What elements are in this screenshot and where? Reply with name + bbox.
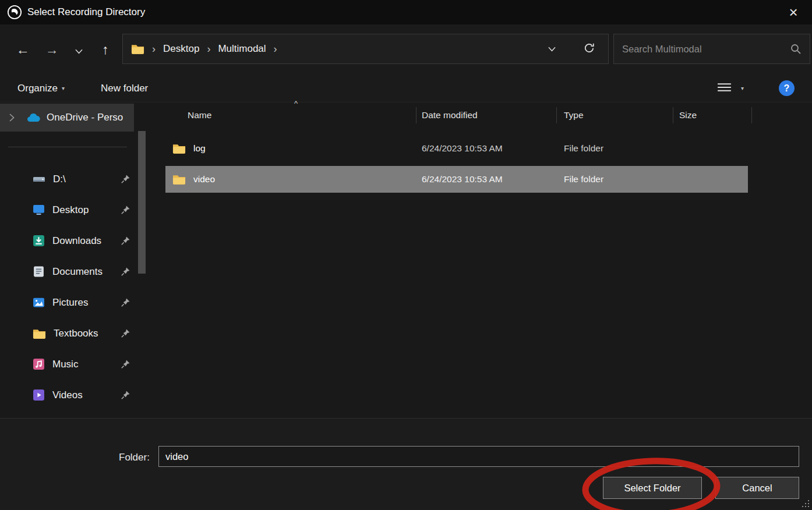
address-bar[interactable]: › Desktop › Multimodal › — [122, 34, 609, 64]
nav-buttons: ← → ↑ — [8, 24, 120, 75]
select-folder-button[interactable]: Select Folder — [603, 477, 702, 499]
sidebar-item-label: Desktop — [52, 204, 89, 216]
videos-icon — [33, 389, 45, 401]
sidebar-item-label: OneDrive - Perso — [47, 112, 132, 123]
refresh-icon — [583, 42, 595, 56]
search-box — [613, 34, 810, 64]
pin-icon — [121, 359, 130, 372]
pin-icon — [121, 328, 130, 341]
chevron-down-icon — [548, 45, 556, 54]
cancel-button[interactable]: Cancel — [715, 477, 799, 499]
window-title: Select Recording Directory — [27, 6, 145, 18]
resize-grip[interactable] — [802, 500, 810, 508]
sidebar-item-documents[interactable]: Documents — [0, 256, 135, 287]
new-folder-label: New folder — [101, 83, 148, 94]
pin-icon — [121, 390, 130, 403]
file-list: ^ Name Date modified Type Size log 6/24/… — [151, 102, 812, 418]
search-input[interactable] — [622, 44, 784, 55]
sidebar-item-label: Downloads — [52, 235, 101, 247]
back-button[interactable]: ← — [8, 35, 37, 64]
view-mode-button[interactable] — [712, 80, 736, 97]
pin-icon — [121, 298, 130, 310]
downloads-icon — [33, 235, 45, 247]
onedrive-icon — [26, 113, 41, 122]
recent-locations-button[interactable] — [66, 35, 91, 64]
help-button[interactable]: ? — [779, 80, 795, 96]
breadcrumb-item-desktop[interactable]: Desktop — [163, 43, 199, 55]
navigation-bar: ← → ↑ › Desktop › Multimodal › — [0, 24, 812, 75]
title-bar: Select Recording Directory × — [0, 0, 812, 24]
close-button[interactable]: × — [782, 0, 805, 24]
command-bar: Organize ▾ New folder ▾ ? — [0, 75, 812, 102]
folder-name-input[interactable] — [158, 446, 799, 467]
address-dropdown-button[interactable] — [543, 42, 560, 56]
organize-button[interactable]: Organize ▾ — [17, 83, 65, 94]
sidebar-item-label: Textbooks — [54, 328, 98, 339]
refresh-button[interactable] — [578, 40, 600, 58]
sidebar-items: D:\ Desktop Downloads — [0, 164, 135, 410]
sidebar-item-desktop[interactable]: Desktop — [0, 194, 135, 225]
column-headers: ^ Name Date modified Type Size — [151, 102, 812, 128]
breadcrumb-item-multimodal[interactable]: Multimodal — [218, 43, 266, 55]
content-area: OneDrive - Perso D:\ Desk — [0, 102, 812, 418]
sidebar-item-textbooks[interactable]: Textbooks — [0, 318, 135, 349]
file-row-video-selected[interactable]: video 6/24/2023 10:53 AM File folder — [165, 166, 748, 193]
pin-icon — [121, 205, 130, 218]
documents-icon — [33, 265, 45, 278]
column-divider[interactable] — [673, 107, 673, 123]
file-date-modified: 6/24/2023 10:53 AM — [422, 166, 503, 193]
forward-button[interactable]: → — [37, 35, 66, 64]
obs-logo-icon — [7, 5, 22, 20]
breadcrumb-separator: › — [152, 43, 156, 55]
breadcrumb-separator: › — [207, 43, 210, 55]
column-divider[interactable] — [556, 107, 557, 123]
pin-icon — [121, 267, 130, 279]
column-divider[interactable] — [751, 107, 752, 123]
chevron-down-icon — [75, 42, 83, 58]
select-recording-directory-dialog: Select Recording Directory × ← → ↑ › Des… — [0, 0, 812, 510]
dialog-footer: Folder: Select Folder Cancel — [0, 418, 812, 510]
desktop-icon — [33, 204, 45, 216]
file-row-log[interactable]: log 6/24/2023 10:53 AM File folder — [165, 135, 748, 162]
sidebar-item-drive-d[interactable]: D:\ — [0, 164, 135, 194]
file-name: log — [193, 143, 206, 154]
column-header-type[interactable]: Type — [564, 102, 584, 128]
folder-label: Folder: — [119, 452, 150, 463]
sidebar-item-label: Music — [52, 359, 78, 370]
breadcrumb-separator: › — [274, 43, 277, 55]
folder-icon — [33, 328, 46, 339]
column-header-size[interactable]: Size — [679, 102, 697, 128]
search-icon — [790, 43, 802, 55]
scrollbar-thumb[interactable] — [138, 131, 146, 274]
sidebar-item-label: Pictures — [52, 297, 88, 309]
sidebar-item-music[interactable]: Music — [0, 349, 135, 380]
new-folder-button[interactable]: New folder — [101, 83, 148, 94]
column-divider[interactable] — [416, 107, 416, 123]
column-header-name[interactable]: Name — [188, 102, 211, 128]
up-button[interactable]: ↑ — [91, 35, 120, 64]
chevron-down-icon: ▾ — [741, 85, 744, 91]
music-icon — [33, 358, 45, 370]
sidebar-item-label: D:\ — [53, 173, 66, 185]
column-header-date-modified[interactable]: Date modified — [422, 102, 478, 128]
file-type: File folder — [564, 166, 603, 193]
command-bar-right: ▾ ? — [712, 80, 795, 97]
sidebar-item-label: Videos — [52, 389, 83, 401]
folder-icon — [131, 44, 144, 54]
sidebar-scrollbar[interactable] — [138, 102, 146, 418]
close-icon: × — [789, 3, 797, 21]
pictures-icon — [33, 296, 45, 309]
forward-icon: → — [45, 42, 59, 58]
sidebar-item-videos[interactable]: Videos — [0, 380, 135, 410]
file-date-modified: 6/24/2023 10:53 AM — [422, 135, 503, 162]
drive-icon — [33, 175, 45, 184]
sidebar-item-label: Documents — [52, 266, 103, 278]
organize-label: Organize — [17, 83, 58, 94]
back-icon: ← — [16, 42, 30, 58]
up-icon: ↑ — [102, 42, 109, 58]
sidebar-item-onedrive[interactable]: OneDrive - Perso — [0, 104, 134, 132]
pin-icon — [121, 174, 130, 187]
sidebar-item-pictures[interactable]: Pictures — [0, 287, 135, 318]
sort-ascending-icon: ^ — [294, 99, 298, 108]
sidebar-item-downloads[interactable]: Downloads — [0, 225, 135, 256]
